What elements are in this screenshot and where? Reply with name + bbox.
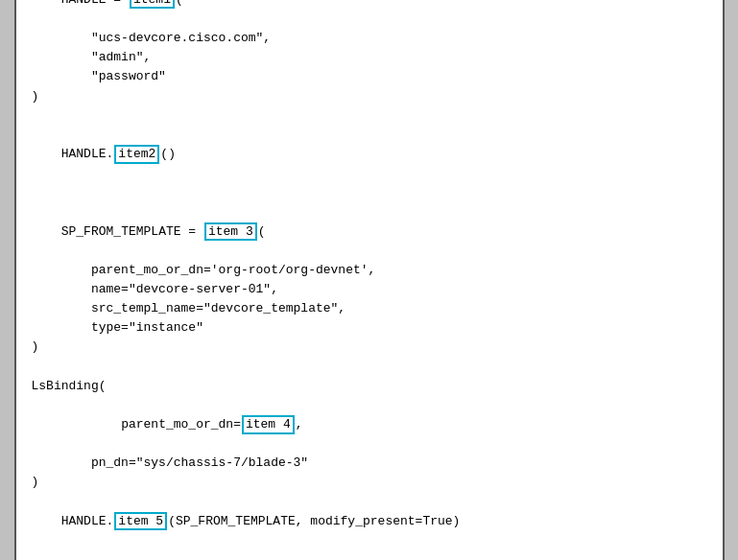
sp-open-paren: (	[258, 224, 266, 239]
handle-item5-line: HANDLE.item 5(SP_FROM_TEMPLATE, modify_p…	[32, 493, 707, 550]
ls-close: )	[32, 473, 707, 492]
handle-arg2: "admin",	[32, 48, 707, 67]
ls-arg1-line: parent_mo_or_dn=item 4,	[32, 396, 707, 454]
item1-box[interactable]: item1	[130, 0, 175, 9]
item4-box[interactable]: item 4	[242, 415, 295, 434]
blank-line-3	[32, 183, 707, 202]
blank-line-4	[32, 358, 707, 377]
sp-arg3: src_templ_name="devcore_template",	[32, 299, 707, 318]
handle-arg3: "password"	[32, 67, 707, 86]
sp-arg2: name="devcore-server-01",	[32, 280, 707, 299]
blank-line-2	[32, 106, 707, 126]
handle-item2-pre: HANDLE.	[61, 147, 114, 161]
sp-close: )	[32, 338, 707, 357]
ls-arg2: pn_dn="sys/chassis-7/blade-3"	[32, 454, 707, 473]
sp-arg4: type="instance"	[32, 318, 707, 338]
code-container: """ Instantiate a UCS Service Profile fr…	[14, 0, 725, 560]
handle-assign-text: HANDLE =	[61, 0, 129, 7]
handle-arg1: "ucs-devcore.cisco.com",	[32, 29, 707, 48]
handle-open-paren: (	[176, 0, 183, 7]
handle-item2-suffix: ()	[160, 147, 176, 161]
handle-item6-line: HANDLE.item 6()	[32, 550, 707, 560]
sp-arg1: parent_mo_or_dn='org-root/org-devnet',	[32, 261, 707, 280]
item2-box[interactable]: item2	[114, 145, 159, 164]
ls-binding-line: LsBinding(	[32, 377, 707, 396]
ls-arg1-post: ,	[296, 417, 303, 432]
handle-assign-line: HANDLE = item1(	[32, 0, 707, 29]
sp-from-text: SP_FROM_TEMPLATE =	[61, 224, 203, 239]
item3-box[interactable]: item 3	[204, 222, 257, 242]
handle-close: )	[32, 87, 707, 106]
item5-box[interactable]: item 5	[114, 512, 167, 531]
ls-arg1-pre: parent_mo_or_dn=	[61, 417, 241, 432]
handle-item2-line: HANDLE.item2()	[32, 126, 707, 183]
sp-from-line: SP_FROM_TEMPLATE = item 3(	[32, 202, 707, 260]
handle-item5-pre: HANDLE.	[61, 514, 114, 528]
handle-item5-mid: (SP_FROM_TEMPLATE, modify_present=True)	[168, 514, 460, 528]
